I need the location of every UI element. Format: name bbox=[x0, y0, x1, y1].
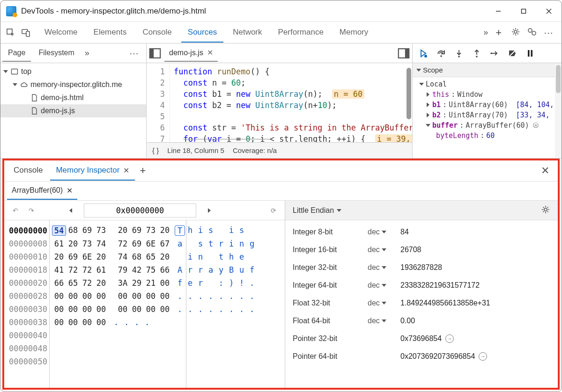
ascii-char[interactable]: r bbox=[185, 265, 195, 275]
ascii-char[interactable]: i bbox=[226, 239, 237, 248]
hex-byte[interactable]: 20 bbox=[158, 252, 172, 261]
ascii-char[interactable]: n bbox=[237, 239, 247, 248]
hex-byte[interactable]: 00 bbox=[144, 305, 158, 314]
prev-page-icon[interactable] bbox=[65, 205, 76, 216]
ascii-char[interactable]: . bbox=[185, 291, 195, 301]
ascii-char[interactable] bbox=[175, 252, 185, 261]
memory-icon[interactable]: ⦾ bbox=[533, 121, 539, 130]
ascii-char[interactable]: i bbox=[185, 252, 195, 261]
scope-header[interactable]: Scope bbox=[413, 63, 562, 77]
hex-byte[interactable]: 73 bbox=[80, 239, 94, 248]
hex-byte[interactable]: 00 bbox=[52, 305, 66, 314]
ascii-char[interactable]: i bbox=[195, 225, 206, 236]
hex-byte[interactable]: 61 bbox=[52, 239, 66, 248]
ascii-char[interactable]: i bbox=[226, 225, 237, 236]
hex-byte[interactable]: 6E bbox=[80, 252, 94, 261]
navigator-more-icon[interactable]: » bbox=[85, 48, 88, 58]
scope-item-b2[interactable]: b2: Uint8Array(70) [33, 34, bbox=[417, 110, 560, 120]
hex-byte[interactable]: 68 bbox=[66, 225, 80, 236]
value-format-selector[interactable]: dec bbox=[368, 228, 400, 236]
hex-row[interactable]: 00000020666572203A292100fer :)!. bbox=[9, 276, 280, 290]
hex-byte[interactable]: 00 bbox=[158, 278, 172, 288]
hex-byte[interactable]: 69 bbox=[66, 252, 80, 261]
scope-item-buffer[interactable]: buffer: ArrayBuffer(60)⦾ bbox=[417, 120, 560, 131]
ascii-char[interactable]: . bbox=[142, 318, 152, 327]
ascii-char[interactable]: . bbox=[195, 291, 206, 301]
ascii-char[interactable]: . bbox=[247, 278, 257, 288]
hex-byte[interactable]: 00 bbox=[66, 291, 80, 301]
jump-to-address-icon[interactable]: → bbox=[479, 352, 487, 361]
hex-byte[interactable]: 00 bbox=[66, 305, 80, 314]
hex-byte[interactable]: 66 bbox=[52, 278, 66, 288]
ascii-char[interactable]: s bbox=[206, 225, 216, 236]
debugger-scrollbar[interactable] bbox=[555, 63, 562, 158]
hex-byte[interactable]: 66 bbox=[158, 265, 172, 275]
tree-domain[interactable]: memory-inspector.glitch.me bbox=[0, 78, 146, 91]
scope-local-header[interactable]: Local bbox=[417, 79, 560, 89]
hex-byte[interactable]: 20 bbox=[158, 225, 172, 236]
ascii-char[interactable]: . bbox=[185, 305, 195, 314]
hex-byte[interactable]: 6E bbox=[144, 239, 158, 248]
hex-row[interactable]: 0000003800000000.... bbox=[9, 316, 280, 329]
tab-console[interactable]: Console bbox=[136, 23, 178, 43]
hex-byte[interactable]: 00 bbox=[66, 318, 80, 327]
hex-row[interactable]: 000000184172726179427566ArrayBuf bbox=[9, 263, 280, 276]
ascii-char[interactable]: . bbox=[216, 291, 226, 301]
step-over-icon[interactable] bbox=[436, 48, 446, 58]
hex-byte[interactable]: 29 bbox=[130, 278, 144, 288]
ascii-char[interactable]: A bbox=[175, 265, 185, 275]
ascii-char[interactable]: . bbox=[237, 305, 247, 314]
scope-item-bytelength[interactable]: byteLength: 60 bbox=[417, 131, 560, 141]
hex-byte[interactable]: 00 bbox=[144, 291, 158, 301]
add-tab-button[interactable]: + bbox=[493, 27, 504, 39]
tree-top-frame[interactable]: top bbox=[0, 65, 146, 78]
hex-row[interactable]: 000000086120737472696E67a string bbox=[9, 237, 280, 250]
ascii-char[interactable]: y bbox=[216, 265, 226, 275]
hex-byte[interactable]: 20 bbox=[66, 239, 80, 248]
hex-byte[interactable]: 00 bbox=[80, 318, 94, 327]
hex-byte[interactable]: 00 bbox=[158, 305, 172, 314]
inspector-subtab[interactable]: ArrayBuffer(60) ✕ bbox=[7, 182, 77, 200]
address-input[interactable] bbox=[84, 203, 196, 218]
hex-byte[interactable]: 72 bbox=[80, 278, 94, 288]
inspect-element-icon[interactable] bbox=[4, 26, 17, 39]
ascii-char[interactable]: . bbox=[226, 291, 237, 301]
hex-byte[interactable]: 79 bbox=[116, 265, 130, 275]
hex-table[interactable]: 000000005468697320697320This is 00000008… bbox=[4, 220, 285, 388]
hex-byte[interactable]: 00 bbox=[80, 291, 94, 301]
hex-byte[interactable]: 74 bbox=[94, 239, 108, 248]
endian-selector[interactable]: Little Endian bbox=[285, 201, 558, 220]
scrollbar-thumb[interactable] bbox=[407, 68, 411, 119]
close-icon[interactable]: ✕ bbox=[67, 186, 73, 195]
navigator-tab-page[interactable]: Page bbox=[2, 45, 31, 62]
tab-elements[interactable]: Elements bbox=[87, 23, 133, 43]
ascii-char[interactable]: . bbox=[132, 318, 142, 327]
hex-byte[interactable]: 00 bbox=[52, 318, 66, 327]
ascii-char[interactable]: g bbox=[247, 239, 257, 248]
ascii-char[interactable]: . bbox=[121, 318, 132, 327]
redo-icon[interactable]: ↷ bbox=[26, 205, 37, 216]
ascii-char[interactable]: r bbox=[216, 239, 226, 248]
hex-byte[interactable]: 72 bbox=[66, 265, 80, 275]
hex-row[interactable]: 00000050 bbox=[9, 355, 280, 368]
tab-welcome[interactable]: Welcome bbox=[38, 23, 84, 43]
ascii-char[interactable]: B bbox=[226, 265, 237, 275]
hex-byte[interactable]: 21 bbox=[144, 278, 158, 288]
ascii-char[interactable]: a bbox=[175, 239, 185, 248]
drawer-tab-memory-inspector[interactable]: Memory Inspector ✕ bbox=[50, 161, 135, 181]
ascii-char[interactable]: . bbox=[206, 291, 216, 301]
hex-byte[interactable]: 00 bbox=[116, 305, 130, 314]
hex-byte[interactable]: 69 bbox=[130, 239, 144, 248]
hex-byte[interactable]: 65 bbox=[66, 278, 80, 288]
hex-byte[interactable]: 65 bbox=[144, 252, 158, 261]
value-format-selector[interactable]: dec bbox=[368, 246, 400, 254]
coverage-indicator[interactable]: Coverage: n/a bbox=[233, 146, 277, 154]
next-page-icon[interactable] bbox=[204, 205, 215, 216]
hex-byte[interactable]: 41 bbox=[52, 265, 66, 275]
hex-byte[interactable]: 42 bbox=[130, 265, 144, 275]
ascii-char[interactable] bbox=[185, 239, 195, 248]
settings-icon[interactable] bbox=[511, 27, 520, 38]
ascii-char[interactable]: . bbox=[175, 291, 185, 301]
ascii-char[interactable]: f bbox=[175, 278, 185, 288]
hex-byte[interactable]: 69 bbox=[80, 225, 94, 236]
